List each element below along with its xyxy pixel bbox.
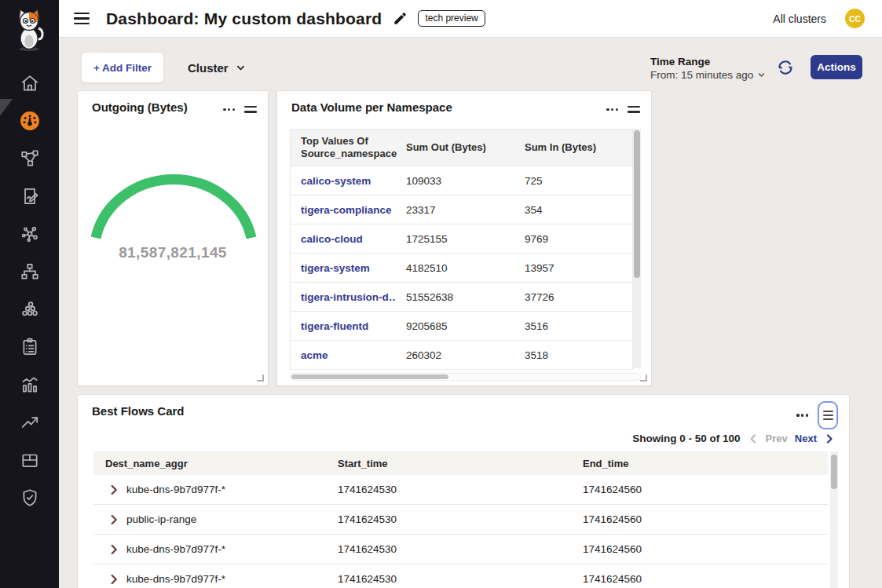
sidebar-item-network-topology[interactable]: [0, 148, 59, 169]
pagination: Showing 0 - 50 of 100 Prev Next: [632, 433, 835, 444]
molecule-graph-icon: [20, 224, 40, 244]
sum-in-value: 37726: [514, 291, 634, 303]
column-header: Sum Out (Bytes): [396, 141, 514, 154]
card-resize-handle[interactable]: [257, 374, 264, 382]
table-row[interactable]: kube-dns-9b7d977f-* 1741624530 174162456…: [93, 475, 828, 505]
chevron-right-icon: [824, 433, 835, 444]
sum-out-value: 23317: [396, 204, 514, 216]
column-header: Start_time: [326, 458, 571, 469]
card-menu-icon[interactable]: [223, 105, 235, 114]
card-drag-handle-icon[interactable]: [628, 104, 640, 115]
card-drag-handle-icon[interactable]: [244, 104, 257, 115]
namespace-link[interactable]: tigera-fluentd: [291, 320, 396, 332]
card-resize-handle[interactable]: [640, 374, 647, 382]
dest-name: kube-dns-9b7d977f-*: [126, 484, 225, 495]
horizontal-scrollbar: [290, 373, 641, 381]
dashboard-gauge-icon: [20, 111, 40, 131]
sum-out-value: 51552638: [396, 291, 514, 303]
table-row[interactable]: kube-dns-9b7d977f-* 1741624530 174162456…: [93, 564, 828, 588]
expand-chevron-icon[interactable]: [106, 542, 122, 557]
namespace-link[interactable]: tigera-intrusion-d…: [291, 291, 396, 303]
clipboard-icon: [20, 337, 40, 357]
sum-in-value: 354: [514, 204, 634, 216]
avatar[interactable]: CC: [845, 9, 865, 28]
card-menu-icon[interactable]: [606, 105, 618, 114]
end-time: 1741624560: [571, 543, 828, 555]
home-icon: [20, 73, 40, 93]
namespace-link[interactable]: acme: [291, 349, 396, 361]
namespace-link[interactable]: tigera-system: [291, 262, 396, 274]
table-row: calico-system 109033 725: [291, 166, 632, 195]
pagination-summary: Showing 0 - 50 of 100: [632, 433, 740, 444]
namespace-link[interactable]: calico-system: [291, 175, 396, 187]
sidebar-item-home[interactable]: [0, 73, 59, 93]
calico-cat-logo: [10, 6, 48, 53]
sidebar-item-dashboard[interactable]: [0, 111, 59, 131]
column-header: Top Values Of Source_namespace: [291, 135, 396, 161]
cluster-filter-dropdown[interactable]: Cluster: [188, 52, 245, 83]
next-button[interactable]: Next: [795, 433, 817, 444]
hamburger-menu-icon[interactable]: [74, 13, 90, 24]
sum-in-value: 3516: [514, 320, 634, 332]
outgoing-bytes-card: Outgoing (Bytes) 81,587,821,145: [77, 90, 269, 386]
sidebar-item-service-map[interactable]: [0, 261, 59, 282]
column-header: End_time: [571, 458, 828, 469]
prev-button[interactable]: Prev: [766, 433, 788, 444]
sum-out-value: 260302: [396, 349, 514, 361]
sidebar-item-analytics[interactable]: [0, 374, 59, 395]
edit-pencil-icon[interactable]: [393, 11, 408, 26]
expand-chevron-icon[interactable]: [106, 512, 122, 528]
gauge-value: 81,587,821,145: [78, 244, 268, 261]
namespace-link[interactable]: calico-cloud: [291, 233, 396, 245]
table-row[interactable]: kube-dns-9b7d977f-* 1741624530 174162456…: [93, 535, 828, 564]
column-header: Sum In (Bytes): [514, 141, 634, 154]
tech-preview-badge: tech preview: [418, 10, 485, 27]
expand-chevron-icon[interactable]: [106, 482, 122, 498]
add-filter-button[interactable]: + Add Filter: [81, 52, 164, 83]
table-row[interactable]: public-ip-range 1741624530 1741624560: [93, 505, 828, 535]
time-range-value: From: 15 minutes ago: [650, 69, 753, 81]
data-volume-card: Data Volume per Namespace Top Values Of …: [276, 90, 652, 386]
scrollbar-thumb[interactable]: [831, 455, 837, 489]
sidebar-item-flow-logs[interactable]: [0, 186, 59, 206]
card-title: Best Flows Card: [92, 404, 185, 418]
sitemap-icon: [20, 261, 40, 282]
scrollbar-thumb[interactable]: [634, 130, 640, 278]
column-header: Dest_name_aggr: [93, 458, 326, 469]
sidebar-item-compliance[interactable]: [0, 337, 59, 357]
sum-out-value: 9205685: [396, 320, 514, 332]
sidebar-item-trends[interactable]: [0, 412, 59, 433]
time-range-label: Time Range: [650, 56, 765, 68]
end-time: 1741624560: [571, 484, 828, 495]
card-drag-handle-focused[interactable]: [818, 401, 838, 429]
start-time: 1741624530: [326, 484, 571, 495]
sum-in-value: 3518: [514, 349, 634, 361]
end-time: 1741624560: [571, 513, 828, 525]
sidebar-item-threat-graph[interactable]: [0, 224, 59, 244]
start-time: 1741624530: [326, 543, 571, 555]
sidebar-item-security[interactable]: [0, 488, 59, 508]
sidebar-item-clusters[interactable]: [0, 299, 59, 320]
start-time: 1741624530: [326, 573, 571, 585]
namespace-link[interactable]: tigera-compliance: [291, 204, 396, 216]
shield-check-icon: [20, 488, 40, 508]
main-content: + Add Filter Cluster Time Range From: 15…: [59, 38, 882, 588]
time-range-value-dropdown[interactable]: From: 15 minutes ago: [650, 69, 765, 81]
sidebar-item-workloads[interactable]: [0, 450, 59, 470]
vertical-scrollbar: [633, 129, 641, 368]
scrollbar-thumb[interactable]: [291, 374, 448, 379]
page-title: Dashboard: My custom dashboard: [106, 9, 382, 28]
sidebar: [0, 0, 59, 588]
cluster-scope-selector[interactable]: All clusters: [773, 13, 826, 25]
namespace-table: Top Values Of Source_namespace Sum Out (…: [290, 129, 641, 370]
chevron-down-icon: [236, 64, 245, 72]
chart-trend-icon: [20, 374, 40, 395]
topbar: Dashboard: My custom dashboard tech prev…: [59, 0, 882, 38]
card-menu-icon[interactable]: [796, 411, 808, 419]
actions-button[interactable]: Actions: [811, 55, 862, 79]
best-flows-table: Dest_name_aggr Start_time End_time kube-…: [93, 451, 838, 588]
refresh-icon[interactable]: [776, 58, 795, 77]
expand-chevron-icon[interactable]: [106, 572, 122, 587]
app-screen: Dashboard: My custom dashboard tech prev…: [0, 0, 882, 588]
table-row: tigera-system 4182510 13957: [291, 253, 632, 282]
